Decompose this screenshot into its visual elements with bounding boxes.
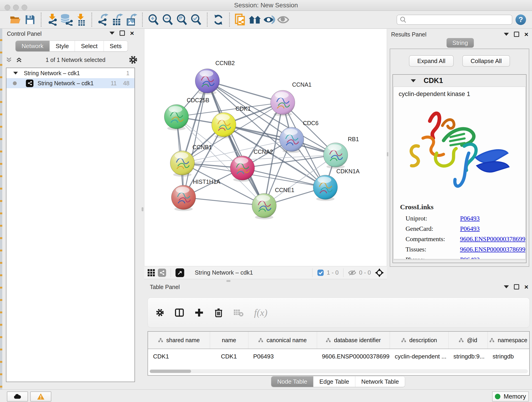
export-image-button[interactable] [124,13,138,27]
scrollbar-thumb[interactable] [150,370,191,373]
table-cell[interactable]: CDK1 [148,349,210,364]
network-node-CCNA1[interactable] [271,90,295,116]
expand-all-icon[interactable] [16,56,22,63]
column-tree-icon [326,338,331,342]
node-table: shared namenamecanonical namedatabase id… [147,331,530,376]
tab-style[interactable]: Style [50,41,75,51]
import-network-database-button[interactable] [59,13,74,27]
table-horizontal-scrollbar[interactable] [149,369,528,373]
crosslink-link[interactable]: 9606.ENSP00000378699 [460,246,525,253]
cloud-button[interactable] [7,391,28,402]
node-label-CCNE1: CCNE1 [275,187,294,193]
table-cell[interactable]: P06493 [248,349,317,364]
crosslink-link[interactable]: P06493 [460,225,480,232]
network-node-CCNB1[interactable] [170,151,195,177]
tab-sets[interactable]: Sets [104,41,128,51]
save-session-button[interactable] [23,13,37,27]
table-cell[interactable]: CDK1 [210,349,248,364]
table-settings-gear-icon[interactable] [156,308,164,317]
network-view-canvas[interactable]: CCNB2CCNA1CDC25BCDK1CDC6RB1CCNB1CCNA2CDK… [144,29,387,266]
show-all-button[interactable] [276,13,290,27]
network-node-CDK1[interactable] [212,113,236,138]
search-input[interactable] [407,16,512,23]
panel-menu-icon[interactable] [109,32,114,35]
first-neighbors-button[interactable] [248,13,262,27]
gene-card-header[interactable]: CDK1 [393,75,526,87]
memory-button[interactable]: Memory [492,391,529,402]
zoom-selected-button[interactable] [189,13,203,27]
collapse-all-button[interactable]: Collapse All [462,55,510,67]
column-header-namespace[interactable]: namespace [488,332,529,349]
table-cell[interactable]: stringdb:9... [448,349,488,364]
collapse-gene-icon[interactable] [411,79,416,82]
hidden-eye-icon[interactable] [348,269,356,276]
network-node-CCNE1[interactable] [252,193,276,219]
left-splitter-handle[interactable] [142,207,143,211]
warning-button[interactable] [30,391,51,402]
float-panel-icon[interactable] [120,31,125,36]
close-panel-icon[interactable]: × [524,32,528,37]
help-button[interactable]: ? [515,14,526,25]
network-view-mode-icon[interactable] [158,269,166,277]
import-network-file-button[interactable] [45,13,59,27]
horizontal-splitter-handle[interactable] [226,280,230,282]
add-column-icon[interactable] [195,308,204,317]
tab-network[interactable]: Network [16,41,50,51]
fit-content-crosshair-icon[interactable] [375,268,384,277]
network-node-CDC25B[interactable] [164,104,189,130]
panel-menu-icon[interactable] [504,33,509,36]
tab-select[interactable]: Select [75,41,104,51]
column-header-database-identifier[interactable]: database identifier [317,332,390,349]
zoom-fit-button[interactable] [175,13,189,27]
column-header--id[interactable]: @id [448,332,488,349]
column-header-canonical-name[interactable]: canonical name [248,332,317,349]
toolbar-divider [91,13,92,27]
zoom-in-button[interactable] [146,13,161,27]
table-cell[interactable]: 9606.ENSP00000378699 [317,349,390,364]
show-columns-icon[interactable] [175,308,184,317]
tab-edge-table[interactable]: Edge Table [313,376,355,387]
new-network-from-selection-button[interactable] [234,13,248,27]
network-collection-row[interactable]: String Network – cdk1 1 [6,68,134,78]
network-node-RB1[interactable] [323,143,348,169]
hide-selected-button[interactable] [262,13,276,27]
network-row-selected[interactable]: String Network – cdk1 11 48 [6,78,134,88]
tab-string[interactable]: String [447,38,474,48]
table-cell[interactable]: stringdb [488,349,529,364]
table-cell[interactable]: cyclin-dependent ... [390,349,448,364]
tab-network-table[interactable]: Network Table [355,376,405,387]
results-panel: Results Panel × String Expand All Collap… [388,29,532,282]
birds-eye-view-button[interactable] [176,268,184,277]
column-header-description[interactable]: description [390,332,448,349]
open-session-button[interactable] [9,13,23,27]
close-panel-icon[interactable]: × [524,284,528,289]
apply-layout-button[interactable] [211,13,225,27]
float-panel-icon[interactable] [514,284,519,289]
network-edge-CCNB2-CCNE1[interactable] [207,81,264,206]
close-panel-icon[interactable]: × [130,31,134,36]
gear-icon[interactable] [128,55,138,64]
expand-all-button[interactable]: Expand All [409,55,454,67]
export-network-button[interactable] [96,13,110,27]
selected-checkbox-icon[interactable] [317,269,324,276]
collapse-all-icon[interactable] [6,56,12,63]
network-node-HIST1H1A[interactable] [171,185,196,211]
crosslink-link[interactable]: P06493 [460,215,480,222]
crosslink-link[interactable]: 9606.ENSP00000378699 [460,235,525,243]
zoom-out-button[interactable] [161,13,175,27]
delete-column-icon[interactable] [214,308,223,317]
node-label-CDC6: CDC6 [303,120,318,126]
column-header-name[interactable]: name [210,332,248,349]
import-table-file-button[interactable] [74,13,88,27]
column-tree-icon [459,338,464,342]
network-node-CDKN1A[interactable] [313,175,337,201]
grid-mode-icon[interactable] [147,269,155,277]
network-edge-RB1-CCNA2[interactable] [242,155,336,168]
column-header-shared-name[interactable]: shared name [148,332,210,349]
panel-menu-icon[interactable] [504,285,509,288]
tab-node-table[interactable]: Node Table [271,376,313,387]
export-table-button[interactable] [110,13,124,27]
collection-expand-icon[interactable] [13,72,18,75]
float-panel-icon[interactable] [514,32,519,37]
crosslink-link[interactable]: P06493 [460,256,480,259]
